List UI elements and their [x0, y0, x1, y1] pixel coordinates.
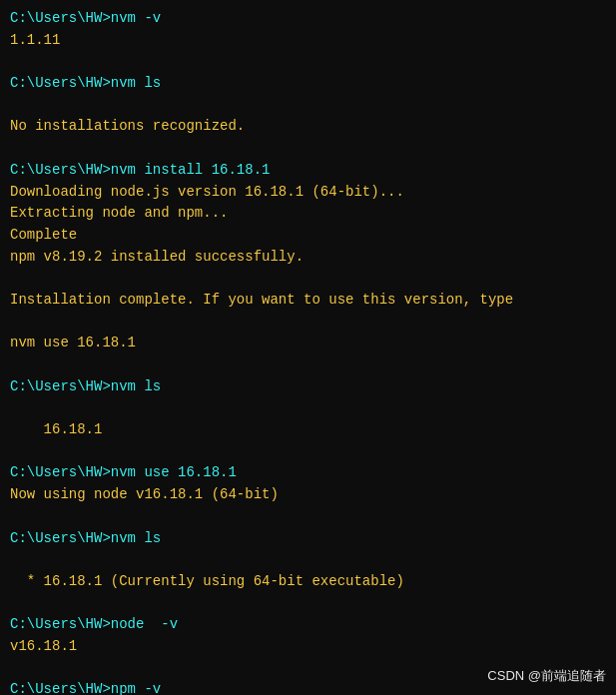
- blank-line: [10, 397, 606, 419]
- output-line: Downloading node.js version 16.18.1 (64-…: [10, 182, 606, 204]
- command-line: C:\Users\HW>nvm ls: [10, 376, 606, 398]
- output-line: v16.18.1: [10, 636, 606, 658]
- output-line: Complete: [10, 225, 606, 247]
- output-line: Installation complete. If you want to us…: [10, 290, 606, 312]
- output-line: Now using node v16.18.1 (64-bit): [10, 484, 606, 506]
- command-line: C:\Users\HW>nvm install 16.18.1: [10, 160, 606, 182]
- blank-line: [10, 441, 606, 463]
- output-line: 1.1.11: [10, 30, 606, 52]
- watermark: CSDN @前端追随者: [487, 667, 606, 685]
- blank-line: [10, 95, 606, 117]
- command-line: C:\Users\HW>nvm ls: [10, 73, 606, 95]
- command-line: C:\Users\HW>nvm use 16.18.1: [10, 462, 606, 484]
- command-line: C:\Users\HW>node -v: [10, 614, 606, 636]
- blank-line: [10, 593, 606, 615]
- output-line: * 16.18.1 (Currently using 64-bit execut…: [10, 571, 606, 593]
- blank-line: [10, 51, 606, 73]
- blank-line: [10, 312, 606, 334]
- blank-line: [10, 268, 606, 290]
- output-line: 16.18.1: [10, 419, 606, 441]
- blank-line: [10, 138, 606, 160]
- blank-line: [10, 506, 606, 528]
- output-line: No installations recognized.: [10, 116, 606, 138]
- output-line: Extracting node and npm...: [10, 203, 606, 225]
- terminal-output: C:\Users\HW>nvm -v1.1.11C:\Users\HW>nvm …: [10, 8, 606, 695]
- blank-line: [10, 354, 606, 376]
- terminal-window: C:\Users\HW>nvm -v1.1.11C:\Users\HW>nvm …: [0, 0, 616, 695]
- output-line: nvm use 16.18.1: [10, 333, 606, 354]
- command-line: C:\Users\HW>nvm -v: [10, 8, 606, 30]
- command-line: C:\Users\HW>nvm ls: [10, 528, 606, 550]
- blank-line: [10, 549, 606, 571]
- output-line: npm v8.19.2 installed successfully.: [10, 247, 606, 269]
